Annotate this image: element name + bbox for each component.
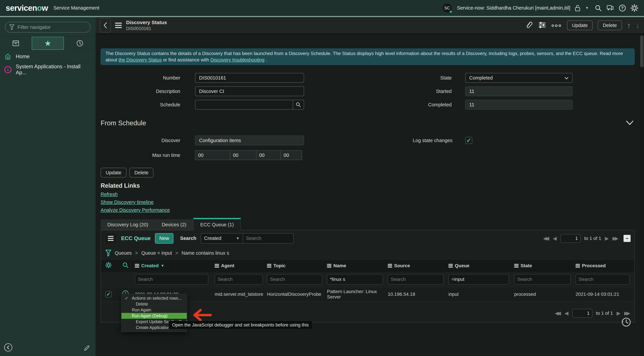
row-checkbox[interactable]: ✓: [105, 291, 112, 298]
breadcrumb-name-contains[interactable]: Name contains linux s: [182, 250, 229, 256]
tab-history[interactable]: [64, 37, 96, 50]
filter-created-input[interactable]: [135, 274, 208, 284]
tab-discovery-log[interactable]: Discovery Log (20): [100, 219, 155, 230]
last-page-icon[interactable]: ▶▶: [612, 236, 617, 241]
check-icon: ✓: [125, 295, 128, 301]
list-search-label: Search: [180, 236, 196, 241]
sidebar-item-home[interactable]: Home: [0, 50, 96, 63]
list-settings-gear[interactable]: [101, 260, 116, 272]
help-icon[interactable]: ?: [618, 4, 626, 12]
edit-favorites-pencil-icon[interactable]: [83, 344, 90, 352]
menu-item-delete[interactable]: Delete: [122, 301, 187, 307]
personalize-sliders-icon[interactable]: [538, 21, 546, 30]
collapse-section-chevron-icon[interactable]: [626, 120, 634, 126]
search-icon[interactable]: [594, 4, 602, 12]
log-state-changes-checkbox[interactable]: ✓: [465, 137, 472, 144]
attachment-paperclip-icon[interactable]: [526, 21, 533, 30]
filter-navigator-input[interactable]: [18, 24, 86, 30]
duration-days-field[interactable]: 00: [195, 150, 230, 160]
delete-button[interactable]: Delete: [598, 20, 622, 30]
max-run-time-field: 00 00 00 00: [195, 150, 302, 160]
filter-queue-input[interactable]: [448, 274, 509, 284]
column-menu-icon: [135, 264, 139, 268]
duration-minutes-field[interactable]: 00: [256, 150, 281, 160]
duration-hours-field[interactable]: 00: [230, 150, 256, 160]
tab-favorites[interactable]: ★: [32, 37, 64, 50]
discovery-status-link[interactable]: the Discovery Status: [118, 57, 162, 62]
page-number-input[interactable]: [572, 309, 592, 318]
show-discovery-timeline-link[interactable]: Show Discovery timeline: [100, 200, 154, 205]
menu-item-run-again-debug[interactable]: Run Again (Debug): [122, 313, 187, 319]
column-filter-row: [101, 272, 634, 287]
filter-source-input[interactable]: [388, 274, 444, 284]
activity-history-icon[interactable]: [621, 317, 631, 328]
new-record-button[interactable]: New: [155, 233, 174, 244]
all-applications-icon: [12, 40, 19, 46]
chat-icon[interactable]: [606, 4, 614, 12]
first-page-icon[interactable]: ◀◀: [543, 236, 548, 241]
breadcrumb-queues[interactable]: Queues: [115, 250, 132, 256]
previous-page-icon[interactable]: ◀: [553, 236, 557, 241]
more-actions-icon[interactable]: ooo: [552, 23, 562, 28]
user-avatar[interactable]: SC: [442, 4, 452, 12]
filter-navigator[interactable]: [5, 22, 90, 32]
refresh-link[interactable]: Refresh: [100, 192, 118, 197]
reference-lookup-button[interactable]: [293, 100, 304, 109]
menu-item-run-again[interactable]: Run Again: [122, 307, 187, 313]
duration-seconds-field[interactable]: 00: [280, 150, 302, 160]
minimize-list-button[interactable]: −: [624, 235, 630, 242]
delete-button-bottom[interactable]: Delete: [130, 168, 154, 178]
previous-page-icon[interactable]: ◀: [565, 311, 568, 316]
form-context-menu-icon[interactable]: [115, 23, 122, 28]
list-search-input[interactable]: [243, 234, 293, 243]
back-button[interactable]: [100, 18, 111, 32]
description-field[interactable]: Discover CI: [195, 86, 304, 96]
scrollbar[interactable]: [640, 34, 644, 356]
user-menu-label[interactable]: Service-now: Siddhardha Cherukuri [maint…: [457, 5, 570, 11]
column-search-toggle[interactable]: [116, 260, 135, 272]
description-label: Description: [100, 88, 180, 94]
schedule-reference-field[interactable]: [195, 100, 304, 110]
sidebar-item-system-applications[interactable]: i System Applications - Install Ap...: [0, 63, 96, 76]
analyze-discovery-performance-link[interactable]: Analyze Discovery Performance: [100, 207, 170, 213]
list-menu-button[interactable]: [105, 233, 117, 244]
filter-processed-input[interactable]: [576, 274, 630, 284]
filter-agent-input[interactable]: [215, 274, 263, 284]
column-header-agent[interactable]: Agent: [215, 260, 267, 272]
column-menu-icon: [448, 264, 453, 268]
tab-all-applications[interactable]: [0, 37, 32, 50]
next-page-icon[interactable]: ▶: [617, 311, 620, 316]
column-header-name[interactable]: Name: [327, 260, 388, 272]
tab-devices[interactable]: Devices (2): [155, 219, 193, 230]
tab-ecc-queue[interactable]: ECC Queue (1): [193, 218, 241, 230]
update-button[interactable]: Update: [567, 20, 593, 30]
gear-icon[interactable]: [630, 4, 638, 12]
filter-topic-input[interactable]: [267, 274, 322, 284]
page-number-input[interactable]: [560, 234, 580, 243]
breadcrumb-queue-input[interactable]: Queue = input: [142, 250, 172, 256]
started-label: Started: [391, 88, 452, 94]
list-pagination-bottom: ◀◀ ◀ to 1 of 1 ▶ ▶▶: [555, 304, 630, 322]
column-header-source[interactable]: Source: [388, 260, 448, 272]
state-select[interactable]: Completed: [465, 73, 572, 83]
next-page-icon[interactable]: ▶: [605, 236, 609, 241]
column-header-queue[interactable]: Queue: [448, 260, 514, 272]
update-button-bottom[interactable]: Update: [100, 168, 126, 178]
last-page-icon[interactable]: ▶▶: [624, 311, 628, 316]
discovery-troubleshooting-link[interactable]: Discovery troubleshooting: [210, 57, 264, 62]
column-header-state[interactable]: State: [514, 260, 576, 272]
discover-label: Discover: [100, 138, 180, 143]
search-field-select[interactable]: Created ▼: [201, 234, 243, 243]
filter-name-input[interactable]: [327, 274, 383, 284]
previous-record-arrow-icon[interactable]: ↑: [627, 22, 631, 29]
next-record-arrow-icon[interactable]: ↓: [636, 22, 640, 29]
list-title: ECC Queue: [121, 235, 150, 242]
first-page-icon[interactable]: ◀◀: [555, 311, 559, 316]
column-header-topic[interactable]: Topic: [267, 260, 327, 272]
column-header-created[interactable]: Created▼: [135, 260, 215, 272]
column-header-processed[interactable]: Processed: [576, 260, 634, 272]
filter-state-input[interactable]: [514, 274, 571, 284]
chevron-down-icon[interactable]: ▼: [585, 6, 589, 10]
number-field[interactable]: DIS0010161: [195, 73, 304, 83]
collapse-sidebar-button[interactable]: [4, 343, 13, 353]
